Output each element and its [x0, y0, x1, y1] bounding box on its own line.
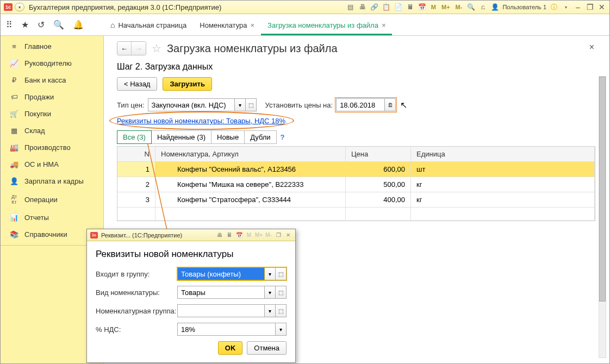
calc-icon[interactable]: 🖩 — [406, 3, 415, 11]
history-icon[interactable]: ↺ — [38, 20, 45, 30]
minimize-button[interactable]: – — [574, 3, 582, 11]
filter-tab-new[interactable]: Новые — [211, 130, 245, 144]
sidebar-item-operations[interactable]: ДтКтОперации — [1, 190, 103, 209]
dropdown-icon[interactable]: ▾ — [265, 286, 276, 299]
col-unit[interactable]: Единица — [411, 147, 595, 162]
date-combo[interactable]: 🗓 — [336, 98, 396, 111]
apps-icon[interactable]: ⠿ — [6, 20, 13, 30]
load-button[interactable]: Загрузить — [163, 77, 211, 91]
group-input[interactable] — [177, 267, 265, 280]
col-price[interactable]: Цена — [346, 147, 411, 162]
print-icon[interactable]: 🖶 — [216, 231, 223, 239]
tab-import[interactable]: Загрузка номенклатуры из файла × — [261, 17, 392, 35]
filter-tab-found[interactable]: Найденные (3) — [151, 130, 211, 144]
sidebar-item-label: Производство — [24, 143, 71, 152]
notifications-icon[interactable]: 🔔 — [73, 20, 84, 30]
clipboard-icon[interactable]: 📋 — [382, 3, 391, 11]
memory-mminus-button[interactable]: M- — [455, 4, 464, 10]
memory-m-button[interactable]: M — [430, 4, 437, 10]
help-icon[interactable]: ? — [281, 133, 285, 141]
sidebar-item-main[interactable]: ≡Главное — [1, 38, 103, 55]
print-icon[interactable]: 🖶 — [358, 3, 367, 11]
price-type-input[interactable] — [148, 98, 235, 111]
search-icon[interactable]: 🔍 — [53, 20, 64, 30]
scrollbar-thumb[interactable] — [599, 77, 606, 302]
close-page-button[interactable]: × — [589, 42, 594, 52]
vat-combo[interactable]: ▾ — [177, 323, 287, 336]
sidebar-item-sales[interactable]: 🏷Продажи — [1, 89, 103, 105]
open-dialog-icon[interactable]: ⬚ — [246, 98, 257, 111]
tab-home[interactable]: ⌂ Начальная страница — [104, 16, 193, 35]
sidebar-item-warehouse[interactable]: ▦Склад — [1, 122, 103, 139]
m-icon[interactable]: M — [245, 231, 253, 239]
open-dialog-icon[interactable]: ⬚ — [276, 304, 287, 317]
sidebar-item-production[interactable]: 🏭Производство — [1, 139, 103, 156]
open-dialog-icon[interactable]: ⬚ — [276, 286, 287, 299]
nav-forward-button[interactable]: → — [132, 42, 146, 55]
dropdown-icon[interactable]: ▾ — [235, 98, 246, 111]
back-button[interactable]: < Назад — [117, 77, 157, 91]
dropdown-icon[interactable]: ▾ — [265, 304, 276, 317]
filter-tab-duplicates[interactable]: Дубли — [244, 130, 276, 144]
open-dialog-icon[interactable]: ⬚ — [276, 267, 287, 280]
calendar-picker-icon[interactable]: 🗓 — [385, 98, 396, 111]
titlebar: 1c ▾ Бухгалтерия предприятия, редакция 3… — [1, 1, 609, 14]
info-dropdown-icon[interactable]: ▾ — [562, 3, 570, 11]
mminus-icon[interactable]: M- — [265, 231, 272, 239]
calc-icon[interactable]: 🖩 — [226, 231, 233, 239]
group-combo[interactable]: ▾ ⬚ — [177, 267, 287, 280]
ok-button[interactable]: OK — [218, 341, 243, 355]
maximize-button[interactable]: ❐ — [586, 3, 594, 11]
cancel-button[interactable]: Отмена — [247, 341, 287, 355]
memory-mplus-button[interactable]: M+ — [440, 4, 451, 10]
table-row[interactable]: 1 Конфеты "Осенний вальс", A123456 600,0… — [117, 162, 595, 177]
doc-link-icon[interactable]: 🔗 — [370, 3, 379, 11]
home-icon: ⌂ — [110, 21, 115, 29]
kind-input[interactable] — [177, 286, 265, 299]
favorites-icon[interactable]: ★ — [21, 20, 29, 30]
filter-tab-all[interactable]: Все (3) — [117, 130, 152, 144]
price-type-combo[interactable]: ▾ ⬚ — [148, 98, 257, 111]
sidebar-item-bank[interactable]: ₽Банк и касса — [1, 72, 103, 89]
print-preview-icon[interactable]: ▤ — [346, 3, 355, 11]
export-icon[interactable]: 📄 — [394, 3, 403, 11]
barchart-icon: 📊 — [9, 214, 19, 222]
close-window-button[interactable]: ✕ — [597, 3, 606, 11]
nomgroup-combo[interactable]: ▾ ⬚ — [177, 304, 287, 317]
tab-nomenclature[interactable]: Номенклатура × — [193, 17, 261, 35]
close-dialog-icon[interactable]: ✕ — [284, 231, 292, 239]
restore-icon[interactable]: ❐ — [275, 231, 282, 239]
app-menu-dropdown[interactable]: ▾ — [15, 3, 24, 11]
sidebar-item-purchases[interactable]: 🛒Покупки — [1, 105, 103, 122]
info-icon[interactable]: ⓘ — [550, 3, 558, 11]
nomgroup-input[interactable] — [177, 304, 265, 317]
back-history-icon[interactable]: ⎌ — [478, 3, 487, 11]
page-title: Загрузка номенклатуры из файла — [167, 42, 338, 55]
favorite-star-icon[interactable]: ☆ — [152, 42, 161, 55]
table-row[interactable]: 2 Конфеты "Мишка на севере", B222333 500… — [117, 177, 595, 192]
dropdown-icon[interactable]: ▾ — [276, 323, 287, 336]
sidebar-item-assets[interactable]: 🚚ОС и НМА — [1, 156, 103, 173]
table-row[interactable]: 3 Конфеты "Стратосфера", C333444 400,00 … — [117, 192, 595, 208]
new-item-defaults-link[interactable]: Реквизиты новой номенклатуры: Товары, НД… — [117, 117, 285, 125]
calendar-icon[interactable]: 📅 — [418, 3, 427, 11]
cell-name: Конфеты "Стратосфера", C333444 — [155, 192, 346, 208]
zoom-icon[interactable]: 🔍 — [466, 3, 475, 11]
col-n[interactable]: N — [117, 147, 155, 162]
kind-combo[interactable]: ▾ ⬚ — [177, 286, 287, 299]
calendar-icon[interactable]: 📅 — [235, 231, 243, 239]
vertical-scrollbar[interactable] — [599, 76, 606, 358]
vat-input[interactable] — [177, 323, 276, 336]
user-label[interactable]: Пользователь 1 — [502, 4, 546, 10]
close-icon[interactable]: × — [382, 21, 386, 29]
sidebar-item-label: Главное — [24, 42, 52, 51]
sidebar-item-salary[interactable]: 👤Зарплата и кадры — [1, 173, 103, 190]
sidebar-item-manager[interactable]: 📈Руководителю — [1, 55, 103, 72]
col-name[interactable]: Номенклатура, Артикул — [155, 147, 346, 162]
mplus-icon[interactable]: M+ — [255, 231, 263, 239]
date-input[interactable] — [336, 98, 385, 111]
nav-back-button[interactable]: ← — [117, 42, 132, 55]
dropdown-icon[interactable]: ▾ — [265, 267, 276, 280]
close-icon[interactable]: × — [251, 21, 255, 29]
sidebar-item-reports[interactable]: 📊Отчеты — [1, 209, 103, 226]
